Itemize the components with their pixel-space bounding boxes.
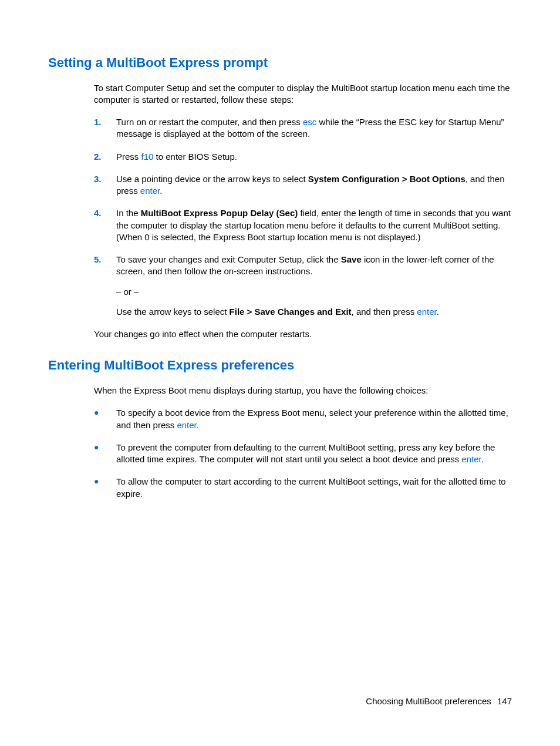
step-number: 3. (94, 173, 116, 185)
section1-after: Your changes go into effect when the com… (94, 328, 512, 340)
bullet-item: ● To allow the computer to start accordi… (94, 476, 512, 500)
step-5: 5. To save your changes and exit Compute… (94, 254, 512, 318)
key-enter: enter (177, 420, 196, 430)
bold-text: Save (341, 254, 362, 264)
text: To save your changes and exit Computer S… (116, 254, 341, 264)
text: Press (116, 152, 141, 162)
bold-text: System Configuration > Boot Options (308, 174, 465, 184)
section-heading-1: Setting a MultiBoot Express prompt (48, 54, 512, 72)
bullet-list: ● To specify a boot device from the Expr… (94, 407, 512, 500)
bullet-body: To specify a boot device from the Expres… (116, 407, 512, 431)
text: To specify a boot device from the Expres… (116, 408, 508, 429)
bullet-icon: ● (94, 407, 116, 419)
text: Turn on or restart the computer, and the… (116, 117, 303, 127)
page-footer: Choosing MultiBoot preferences 147 (366, 695, 512, 707)
or-separator: – or – (116, 286, 512, 298)
key-enter: enter (140, 186, 160, 196)
text: . (437, 307, 439, 317)
text: To allow the computer to start according… (116, 476, 506, 498)
step-3: 3. Use a pointing device or the arrow ke… (94, 173, 512, 197)
bullet-item: ● To specify a boot device from the Expr… (94, 407, 512, 431)
text: to enter BIOS Setup. (153, 152, 237, 162)
ordered-steps: 1. Turn on or restart the computer, and … (94, 116, 512, 318)
text: In the (116, 208, 141, 218)
section1-intro: To start Computer Setup and set the comp… (94, 82, 512, 106)
step-body: Use a pointing device or the arrow keys … (116, 173, 512, 197)
text: Use the arrow keys to select (116, 307, 230, 317)
step-number: 1. (94, 116, 116, 128)
step-number: 2. (94, 151, 116, 163)
step-body: Press f10 to enter BIOS Setup. (116, 151, 512, 163)
text: . (481, 454, 484, 464)
bullet-icon: ● (94, 442, 116, 453)
step-number: 4. (94, 207, 116, 219)
section-heading-2: Entering MultiBoot Express preferences (48, 357, 512, 374)
bullet-body: To prevent the computer from defaulting … (116, 442, 512, 466)
step-number: 5. (94, 254, 116, 266)
section2-intro: When the Express Boot menu displays duri… (94, 385, 512, 396)
key-enter: enter (417, 307, 436, 317)
text: To prevent the computer from defaulting … (116, 442, 495, 464)
page-number: 147 (497, 696, 512, 706)
step-2: 2. Press f10 to enter BIOS Setup. (94, 151, 512, 163)
bullet-item: ● To prevent the computer from defaultin… (94, 442, 512, 466)
document-page: Setting a MultiBoot Express prompt To st… (0, 0, 560, 500)
bold-text: MultiBoot Express Popup Delay (Sec) (141, 208, 298, 218)
bullet-icon: ● (94, 476, 116, 488)
text: . (197, 420, 199, 430)
text: Use a pointing device or the arrow keys … (116, 174, 308, 184)
key-esc: esc (303, 117, 316, 127)
key-enter: enter (461, 454, 481, 464)
step-body: Turn on or restart the computer, and the… (116, 116, 512, 140)
step-body: To save your changes and exit Computer S… (116, 254, 512, 318)
bold-text: File > Save Changes and Exit (230, 307, 352, 317)
key-f10: f10 (141, 152, 154, 162)
footer-label: Choosing MultiBoot preferences (366, 696, 491, 706)
section-2: Entering MultiBoot Express preferences W… (48, 357, 512, 499)
step-1: 1. Turn on or restart the computer, and … (94, 116, 512, 140)
text: . (160, 186, 162, 196)
step-body: In the MultiBoot Express Popup Delay (Se… (116, 207, 512, 243)
bullet-body: To allow the computer to start according… (116, 476, 512, 500)
step-4: 4. In the MultiBoot Express Popup Delay … (94, 207, 512, 243)
text: , and then press (352, 307, 417, 317)
